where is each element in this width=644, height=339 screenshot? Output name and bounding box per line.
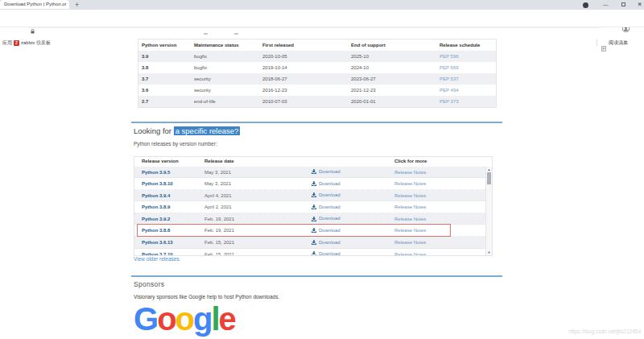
download-icon [312,169,316,174]
table-row: 3.9 bugfix 2020-10-05 2025-10 PEP 596 [138,51,496,62]
zabbix-favicon: Z [14,40,19,46]
release-notes-link[interactable]: Release Notes [394,190,487,201]
col-python-version: Python version [138,39,194,51]
release-date: Feb. 15, 2021 [204,249,312,255]
download-link[interactable]: Download [312,167,394,178]
window-maximize-button[interactable] [621,2,625,6]
csdn-watermark: https://blog.csdn.net/jks212454 [568,329,641,334]
release-date: April 2, 2021 [204,201,312,213]
download-icon [312,181,316,186]
status-cell: security [194,73,262,85]
section-divider [131,122,502,123]
col-maintenance-status: Maintenance status [194,39,262,51]
end-of-support-cell: 2024-10 [351,62,440,73]
col-download [312,157,394,167]
status-cell: bugfix [194,51,262,62]
window-minimize-button[interactable]: — [603,0,609,9]
version-cell: 3.6 [138,85,194,96]
release-version-link[interactable]: Python 3.6.13 [134,237,204,248]
pep-link[interactable]: PEP 596 [440,51,496,62]
end-of-support-cell: 2025-10 [351,51,440,62]
google-letter: l [211,301,218,337]
google-letter: o [175,301,193,337]
browser-tab[interactable]: Download Python | Python.or ✕ [0,0,69,9]
release-row: Python 3.6.13 Feb. 15, 2021 Download Rel… [134,237,487,249]
download-link[interactable]: Download [312,213,394,225]
release-notes-link[interactable]: Release Notes [394,237,487,248]
profile-avatar-icon[interactable] [583,2,588,8]
pep-link[interactable]: PEP 494 [440,85,496,96]
table-row: 3.6 security 2016-12-23 2021-12-23 PEP 4… [138,85,496,96]
text-selection-highlight: a specific release? [174,126,241,135]
new-tab-button[interactable]: + [75,0,79,10]
col-release-version: Release version [134,157,204,167]
section-divider [131,275,502,277]
status-cell: end-of-life [194,96,262,107]
release-version-link[interactable]: Python 3.9.2 [134,213,204,225]
release-version-link[interactable]: Python 3.9.5 [134,167,204,178]
browser-titlebar: Download Python | Python.or ✕ + — ✕ [0,0,644,10]
window-close-button[interactable]: ✕ [638,0,642,9]
scroll-up-icon[interactable]: ▲ [486,167,492,172]
apps-bookmark[interactable]: 应用 [2,39,12,47]
table-scrollbar[interactable]: ▲ ▼ [485,167,492,255]
release-row: Python 3.9.4 April 4, 2021 Download Rele… [134,190,487,202]
download-link[interactable]: Download [312,190,394,201]
scrollbar-thumb[interactable] [487,172,491,184]
download-icon [312,240,316,245]
bookmarks-divider [597,39,597,46]
release-date: Feb. 19, 2021 [204,213,312,225]
end-of-support-cell: 2020-01-01 [351,96,440,107]
sponsors-heading: Sponsors [134,280,164,288]
download-link[interactable]: Download [312,249,394,255]
download-icon [312,192,316,197]
pep-link[interactable]: PEP 537 [440,73,496,85]
google-letter: g [193,301,211,337]
google-logo[interactable]: Google [134,301,235,337]
browser-addressbar: ← ⟳ python.org/downloads/ 文 ☆ [0,10,644,19]
end-of-support-cell: 2021-12-23 [351,85,440,96]
reading-list-icon[interactable] [601,40,606,55]
reading-list-label[interactable]: 阅读清单 [609,39,628,47]
release-version-link[interactable]: Python 3.8.9 [134,201,204,213]
release-notes-link[interactable]: Release Notes [394,167,487,178]
pep-link[interactable]: PEP 569 [440,62,496,73]
status-cell: bugfix [194,62,262,73]
release-notes-link[interactable]: Release Notes [394,249,487,255]
first-released-cell: 2018-06-27 [262,73,351,85]
first-released-cell: 2010-07-03 [262,96,351,107]
download-link[interactable]: Download [312,201,394,213]
google-letter: G [134,301,157,337]
versions-table: Python version Maintenance status First … [138,39,497,108]
table-row: 3.7 security 2018-06-27 2023-06-27 PEP 5… [138,73,496,85]
zabbix-bookmark[interactable]: zabbix 仪表板 [21,39,51,47]
download-icon [312,251,316,254]
download-link[interactable]: Download [312,178,394,189]
table-row: 2.7 end-of-life 2010-07-03 2020-01-01 PE… [138,96,496,107]
pep-link[interactable]: PEP 373 [440,96,496,107]
version-cell: 3.8 [138,62,194,73]
col-end-of-support: End of support [351,39,440,51]
releases-subheading: Python releases by version number: [134,141,217,147]
first-released-cell: 2016-12-23 [262,85,351,96]
release-row: Python 3.8.10 May 3, 2021 Download Relea… [134,178,487,190]
release-version-link[interactable]: Python 3.8.10 [134,178,204,189]
annotation-highlight-box [137,224,451,237]
view-older-releases-link[interactable]: View older releases. [134,256,180,262]
release-version-link[interactable]: Python 3.7.10 [134,249,204,255]
release-notes-link[interactable]: Release Notes [394,201,487,213]
release-notes-link[interactable]: Release Notes [394,213,487,225]
releases-table: Release version Release date Click for m… [134,156,493,256]
release-row: Python 3.8.9 April 2, 2021 Download Rele… [134,201,487,213]
release-notes-link[interactable]: Release Notes [394,178,487,189]
status-cell: security [194,85,262,96]
heading-prefix: Looking for [134,126,174,135]
releases-table-header: Release version Release date Click for m… [134,157,492,167]
download-link[interactable]: Download [312,237,394,248]
release-version-link[interactable]: Python 3.9.4 [134,190,204,201]
scroll-down-icon[interactable]: ▼ [486,250,492,254]
col-release-date: Release date [204,157,312,167]
release-date: May 3, 2021 [204,178,312,189]
col-release-schedule: Release schedule [440,39,496,51]
google-letter: e [219,301,235,337]
